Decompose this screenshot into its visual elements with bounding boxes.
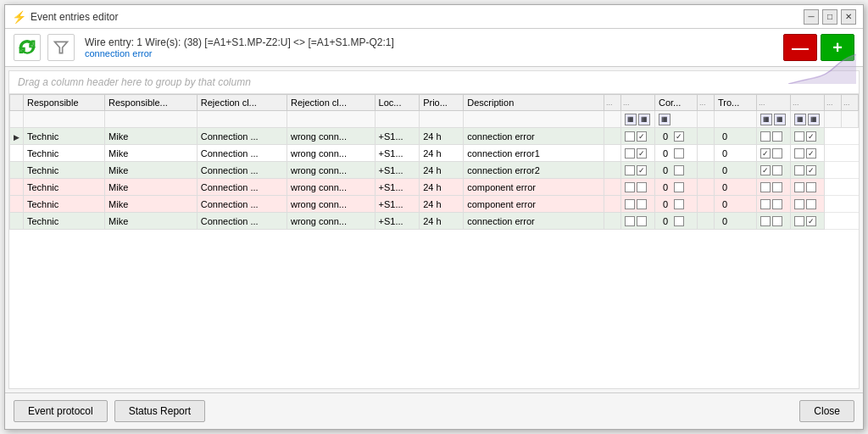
row-prio: 24 h: [420, 196, 464, 213]
row-cb5-0[interactable]: [772, 131, 782, 142]
row-cb7-5[interactable]: [806, 216, 816, 226]
col-extra6[interactable]: ...: [825, 95, 842, 111]
filter-icon-1[interactable]: ▦: [625, 114, 637, 125]
row-cb5-4[interactable]: [772, 199, 782, 209]
row-cb1-5[interactable]: [625, 216, 635, 226]
close-window-button[interactable]: ✕: [841, 9, 856, 25]
row-cb1-4[interactable]: [625, 199, 635, 209]
row-responsible2: Mike: [105, 213, 198, 230]
row-rejection1: Connection ...: [197, 145, 287, 162]
event-protocol-button[interactable]: Event protocol: [14, 400, 108, 422]
row-cb4-4[interactable]: [760, 199, 771, 209]
col-cor[interactable]: Cor...: [655, 95, 698, 111]
row-cb1-2[interactable]: [625, 165, 635, 175]
col-description[interactable]: Description: [464, 95, 604, 111]
row-cor-cell: 0: [655, 179, 698, 196]
table-row[interactable]: TechnicMikeConnection ...wrong conn...+S…: [10, 162, 859, 179]
row-cb7-4[interactable]: [806, 199, 816, 209]
col-extra7[interactable]: ...: [842, 95, 859, 111]
row-loc: +S1...: [375, 162, 420, 179]
filter-icon-5[interactable]: ▦: [774, 114, 786, 125]
row-tro-cell: 0: [715, 128, 757, 145]
table-row[interactable]: TechnicMikeConnection ...wrong conn...+S…: [10, 196, 859, 213]
col-extra2[interactable]: ...: [621, 95, 655, 111]
row-cb5-5[interactable]: [772, 216, 782, 226]
row-cb7-2[interactable]: [806, 165, 816, 175]
row-cb4-2[interactable]: [760, 165, 771, 175]
row-cb2-5[interactable]: [637, 216, 647, 226]
row-cb3-5[interactable]: [674, 216, 684, 226]
col-extra5[interactable]: ...: [791, 95, 825, 111]
app-icon: ⚡: [12, 10, 25, 24]
col-responsible2[interactable]: Responsible...: [105, 95, 198, 111]
row-cb7-1[interactable]: [806, 148, 816, 159]
plus-icon: +: [832, 39, 843, 56]
remove-button[interactable]: —: [783, 34, 817, 61]
row-rejection2: wrong conn...: [287, 196, 375, 213]
filter-icon-3[interactable]: ▦: [659, 114, 670, 125]
row-cb1-0[interactable]: [625, 131, 635, 142]
row-cb3-2[interactable]: [674, 165, 684, 175]
filter-arrow-cell: [10, 111, 24, 128]
col-rejection1[interactable]: Rejection cl...: [197, 95, 287, 111]
row-cb4-3[interactable]: [760, 182, 771, 192]
col-extra3[interactable]: ...: [698, 95, 715, 111]
row-cb6-3[interactable]: [794, 182, 804, 192]
row-cb6-4[interactable]: [794, 199, 804, 209]
filter-icon-2[interactable]: ▦: [638, 114, 650, 125]
row-extra1: [604, 179, 621, 196]
row-cb6-0[interactable]: [794, 131, 804, 142]
row-cb6-2[interactable]: [794, 165, 804, 175]
col-tro[interactable]: Tro...: [715, 95, 757, 111]
filter-button[interactable]: [47, 34, 75, 61]
col-loc[interactable]: Loc...: [375, 95, 420, 111]
row-cb-group3: [791, 196, 825, 213]
col-rejection2[interactable]: Rejection cl...: [287, 95, 375, 111]
row-cb-group3: [791, 213, 825, 230]
row-cb4-0[interactable]: [760, 131, 771, 142]
row-cb2-1[interactable]: [637, 148, 647, 159]
row-cb4-1[interactable]: [760, 148, 771, 159]
filter-icon-4[interactable]: ▦: [760, 114, 772, 125]
row-cb-group3: [791, 162, 825, 179]
row-cb2-3[interactable]: [637, 182, 647, 192]
table-row[interactable]: TechnicMikeConnection ...wrong conn...+S…: [10, 145, 859, 162]
table-row[interactable]: TechnicMikeConnection ...wrong conn...+S…: [10, 179, 859, 196]
maximize-button[interactable]: □: [822, 9, 837, 25]
refresh-button[interactable]: [14, 34, 41, 61]
row-cb1-3[interactable]: [625, 182, 635, 192]
row-cb7-3[interactable]: [806, 182, 816, 192]
row-cb2-2[interactable]: [637, 165, 647, 175]
filter-icon-6[interactable]: ▦: [794, 114, 806, 125]
status-report-button[interactable]: Status Report: [114, 400, 205, 422]
row-cb2-0[interactable]: [637, 131, 647, 142]
col-prio[interactable]: Prio...: [420, 95, 464, 111]
row-cb5-2[interactable]: [772, 165, 782, 175]
row-cb-group2: [757, 145, 791, 162]
minimize-button[interactable]: ─: [804, 9, 819, 25]
row-cb5-3[interactable]: [772, 182, 782, 192]
row-cb-group1: [621, 213, 655, 230]
row-cb3-1[interactable]: [674, 148, 684, 159]
col-extra1[interactable]: ...: [604, 95, 621, 111]
filter-icon-7[interactable]: ▦: [808, 114, 820, 125]
row-loc: +S1...: [375, 196, 420, 213]
row-extra1: [604, 162, 621, 179]
row-cb5-1[interactable]: [772, 148, 782, 159]
table-row[interactable]: TechnicMikeConnection ...wrong conn...+S…: [10, 213, 859, 230]
row-cb4-5[interactable]: [760, 216, 771, 226]
row-cb7-0[interactable]: [806, 131, 816, 142]
footer-right: Close: [799, 400, 854, 422]
row-cb3-0[interactable]: [674, 131, 684, 142]
col-responsible1[interactable]: Responsible: [24, 95, 105, 111]
row-cb6-5[interactable]: [794, 216, 804, 226]
row-cb6-1[interactable]: [794, 148, 804, 159]
col-extra4[interactable]: ...: [757, 95, 791, 111]
row-cb3-4[interactable]: [674, 199, 684, 209]
add-button[interactable]: +: [821, 34, 854, 61]
row-cb3-3[interactable]: [674, 182, 684, 192]
table-row[interactable]: ▶TechnicMikeConnection ...wrong conn...+…: [10, 128, 859, 145]
row-cb2-4[interactable]: [637, 199, 647, 209]
row-cb1-1[interactable]: [625, 148, 635, 159]
close-button[interactable]: Close: [799, 400, 854, 422]
